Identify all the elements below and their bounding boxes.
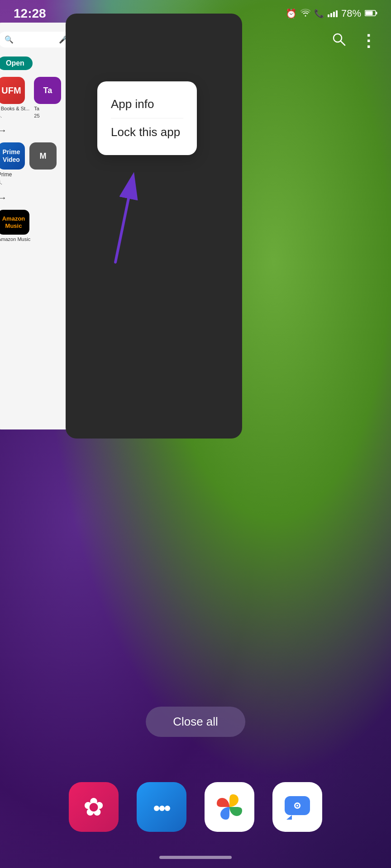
dock: ✿ [0, 782, 391, 832]
app-row-2: PrimeVideo Prime 4. M [0, 142, 75, 186]
battery-icon [365, 9, 377, 19]
amazon-label: Amazon Music [0, 236, 30, 242]
context-menu: App info Lock this app [97, 81, 197, 155]
status-time: 12:28 [14, 6, 46, 21]
svg-rect-2 [376, 12, 377, 14]
purple-app-icon: Ta [34, 77, 61, 104]
arrow-right-2: → [0, 193, 75, 203]
ta-label: Ta [34, 106, 61, 111]
ufm-label: - Books & St... [0, 106, 29, 111]
open-badge[interactable]: Open [0, 57, 33, 70]
prime-rating: 4. [0, 179, 25, 186]
arrow-right-1: → [0, 125, 75, 136]
amazon-music-icon: AmazonMusic [0, 210, 29, 235]
app-info-item[interactable]: App info [111, 90, 183, 118]
blossom-icon: ✿ [83, 793, 104, 821]
search-icon-mini: 🔍 [5, 35, 14, 44]
arrow-annotation [106, 172, 143, 262]
ufm-icon: UFM [0, 77, 25, 104]
messages-icon [147, 793, 176, 822]
prime-label: Prime [0, 171, 25, 178]
svg-rect-1 [366, 11, 373, 15]
dock-blossom[interactable]: ✿ [69, 782, 119, 832]
close-all-button[interactable]: Close all [146, 707, 245, 737]
ufm-rating: 4. [0, 113, 29, 118]
top-actions: ⋮ [331, 32, 377, 51]
svg-point-7 [154, 806, 159, 811]
dock-messages[interactable] [137, 782, 186, 832]
status-bar: 12:28 ⏰ 📞 78% [0, 0, 391, 27]
call-icon: 📞 [314, 9, 324, 19]
m-icon: M [29, 142, 57, 170]
photos-icon [214, 792, 245, 822]
alarm-icon: ⏰ [286, 8, 297, 19]
app-row-1: UFM - Books & St... 4. Ta Ta 25 [0, 77, 75, 118]
more-options-button[interactable]: ⋮ [360, 32, 377, 51]
svg-point-9 [165, 806, 170, 811]
signal-bars [328, 10, 338, 17]
app-row-3: AmazonMusic Amazon Music [0, 210, 75, 242]
dock-chat[interactable] [272, 782, 322, 832]
svg-line-6 [115, 185, 131, 262]
dock-photos[interactable] [205, 782, 254, 832]
lock-app-item[interactable]: Lock this app [111, 118, 183, 146]
ta-number: 25 [34, 113, 61, 118]
svg-line-4 [341, 41, 345, 45]
svg-point-13 [296, 805, 298, 807]
app-card-main [66, 14, 242, 439]
home-indicator [159, 856, 232, 859]
search-bar-mini[interactable]: 🔍 🎤 [0, 32, 75, 47]
chat-icon [282, 792, 313, 822]
wifi-icon [300, 9, 310, 19]
status-icons: ⏰ 📞 78% [286, 8, 377, 19]
prime-video-icon: PrimeVideo [0, 142, 25, 170]
svg-point-8 [159, 806, 165, 811]
search-button[interactable] [331, 32, 347, 51]
battery-percentage: 78% [341, 8, 361, 19]
